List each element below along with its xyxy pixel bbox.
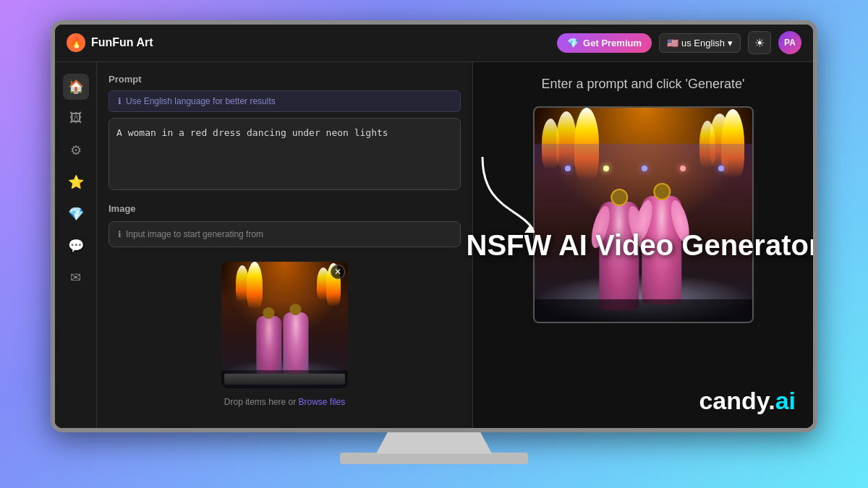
uploaded-image-container: ✕ <box>221 262 348 388</box>
language-selector[interactable]: 🇺🇸 us English ▾ <box>659 33 741 53</box>
app-name: FunFun Art <box>91 36 153 49</box>
info-icon: ℹ <box>118 96 122 106</box>
candy-branding: candy.ai <box>699 387 796 415</box>
logo-icon: 🔥 <box>67 33 85 52</box>
theme-button[interactable]: ☀ <box>748 31 771 54</box>
generate-hint: Enter a prompt and click 'Generate' <box>541 77 744 92</box>
monitor-stand <box>376 432 492 454</box>
premium-icon: 💎 <box>567 38 579 48</box>
sidebar-item-diamond[interactable]: 💎 <box>63 201 89 227</box>
info-icon-2: ℹ <box>118 229 122 239</box>
sidebar: 🏠 🖼 ⚙ ⭐ 💎 💬 ✉ <box>55 62 97 428</box>
uploaded-image <box>221 262 348 388</box>
image-upload-info: ℹ Input image to start generating from <box>118 229 451 239</box>
monitor-base <box>340 453 528 464</box>
flag-icon: 🇺🇸 <box>667 38 678 48</box>
prompt-label: Prompt <box>109 74 461 85</box>
left-panel: Prompt ℹ Use English language for better… <box>97 62 473 428</box>
sidebar-item-settings[interactable]: ⚙ <box>63 137 89 163</box>
generated-image <box>535 108 754 323</box>
prompt-input[interactable]: A woman in a red dress dancing under neo… <box>109 118 461 190</box>
sidebar-item-home[interactable]: 🏠 <box>63 74 89 100</box>
image-upload-area[interactable]: ℹ Input image to start generating from <box>109 221 461 247</box>
sidebar-item-image[interactable]: 🖼 <box>63 106 89 132</box>
get-premium-button[interactable]: 💎 Get Premium <box>557 33 652 53</box>
brand-dot: . <box>768 387 775 414</box>
ai-text: ai <box>775 387 796 414</box>
drop-hint: Drop items here or Browse files <box>109 397 461 407</box>
chevron-down-icon: ▾ <box>728 38 733 48</box>
sidebar-item-discord[interactable]: 💬 <box>63 233 89 259</box>
output-image-container <box>533 106 754 323</box>
image-label: Image <box>109 203 461 214</box>
header-actions: 💎 Get Premium 🇺🇸 us English ▾ ☀ PA <box>557 31 801 54</box>
output-image <box>533 106 754 323</box>
sidebar-item-mail[interactable]: ✉ <box>63 265 89 291</box>
logo: 🔥 FunFun Art <box>67 33 153 52</box>
candy-text: candy <box>699 387 768 414</box>
remove-image-button[interactable]: ✕ <box>331 265 345 279</box>
sun-icon: ☀ <box>754 36 765 50</box>
prompt-info-banner: ℹ Use English language for better result… <box>109 90 461 112</box>
right-panel: Enter a prompt and click 'Generate' <box>473 62 813 428</box>
browse-files-link[interactable]: Browse files <box>299 397 346 407</box>
sidebar-item-star[interactable]: ⭐ <box>63 169 89 195</box>
avatar[interactable]: PA <box>778 31 801 54</box>
